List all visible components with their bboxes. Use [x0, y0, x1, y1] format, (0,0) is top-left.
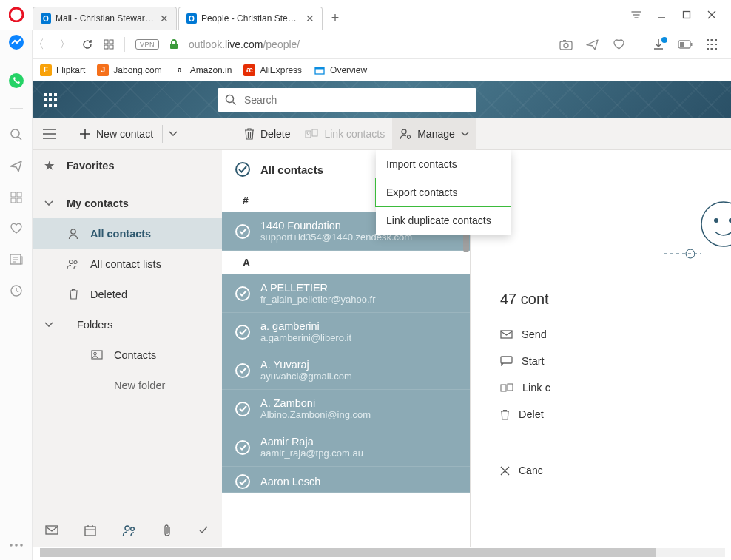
- row-check-icon[interactable]: [235, 224, 250, 239]
- detail-start[interactable]: Start: [500, 355, 716, 367]
- speed-dial-icon[interactable]: [104, 39, 114, 50]
- bookmark-item[interactable]: FFlipkart: [40, 64, 85, 76]
- link-contacts-icon: [305, 129, 318, 139]
- search-box[interactable]: [218, 88, 476, 112]
- trash-icon: [244, 128, 255, 140]
- window-menu-icon[interactable]: [630, 9, 642, 21]
- speed-dial-icon[interactable]: [10, 192, 22, 203]
- contact-row[interactable]: a. gamberinia.gamberini@libero.it: [222, 313, 470, 351]
- select-all-check-icon[interactable]: [235, 162, 250, 177]
- reload-button[interactable]: [81, 38, 93, 50]
- svg-rect-54: [312, 129, 317, 136]
- nav-folders[interactable]: Folders: [33, 309, 222, 340]
- url-text[interactable]: outlook.live.com/people/: [189, 38, 300, 50]
- row-check-icon[interactable]: [235, 286, 250, 301]
- row-check-icon[interactable]: [235, 402, 250, 416]
- horizontal-scrollbar[interactable]: [40, 548, 725, 557]
- download-icon[interactable]: [653, 38, 664, 50]
- star-icon: ★: [44, 160, 56, 172]
- contact-row[interactable]: A. ZamboniAlbino.Zamboni@ing.com: [222, 390, 470, 428]
- bookmark-item[interactable]: aAmazon.in: [174, 64, 232, 76]
- messenger-icon[interactable]: [8, 34, 24, 50]
- camera-icon[interactable]: [559, 39, 573, 50]
- nav-all-contact-lists[interactable]: All contact lists: [33, 249, 222, 279]
- row-check-icon[interactable]: [235, 474, 250, 489]
- send-icon[interactable]: [586, 39, 599, 50]
- nav-new-folder[interactable]: New folder: [33, 370, 222, 400]
- detail-title: 47 cont: [500, 291, 716, 308]
- people-icon: [67, 259, 80, 269]
- trash-icon: [500, 409, 510, 420]
- new-contact-button[interactable]: New contact: [73, 118, 161, 150]
- svg-rect-41: [49, 98, 52, 101]
- todo-icon[interactable]: [198, 524, 209, 536]
- menu-icon[interactable]: [706, 39, 718, 50]
- svg-rect-24: [11, 192, 16, 197]
- battery-icon[interactable]: [678, 40, 693, 49]
- search-input[interactable]: [244, 94, 469, 106]
- manage-menu-link[interactable]: Link duplicate contacts: [376, 206, 511, 235]
- svg-rect-75: [501, 331, 512, 338]
- lock-icon[interactable]: [169, 39, 178, 50]
- people-icon[interactable]: [122, 524, 137, 536]
- manage-button[interactable]: Manage: [392, 118, 476, 150]
- delete-button[interactable]: Delete: [237, 118, 297, 150]
- contact-row[interactable]: A. Yuvarajayuvahcl@gmail.com: [222, 351, 470, 390]
- maximize-button[interactable]: [681, 9, 693, 21]
- forward-button[interactable]: 〉: [59, 37, 71, 53]
- app-launcher-icon[interactable]: [33, 82, 68, 118]
- tab-close-icon[interactable]: ✕: [306, 13, 314, 24]
- row-check-icon[interactable]: [235, 325, 250, 340]
- close-button[interactable]: [706, 9, 718, 21]
- svg-rect-26: [11, 198, 16, 203]
- calendar-icon[interactable]: [84, 524, 96, 536]
- detail-link[interactable]: Link c: [500, 382, 716, 394]
- mail-icon[interactable]: [45, 525, 58, 535]
- minimize-button[interactable]: [656, 9, 667, 21]
- contact-row[interactable]: A PELLETIERfr_alain_pelletier@yahoo.fr: [222, 274, 470, 313]
- scrollbar-thumb[interactable]: [40, 548, 656, 557]
- svg-point-35: [15, 544, 18, 547]
- new-tab-button[interactable]: +: [324, 7, 346, 30]
- svg-point-46: [226, 95, 234, 102]
- row-check-icon[interactable]: [235, 363, 250, 378]
- nav-my-contacts[interactable]: My contacts: [33, 188, 222, 218]
- bookmark-item[interactable]: æAliExpress: [243, 64, 302, 76]
- search-icon[interactable]: [10, 128, 23, 141]
- tab-close-icon[interactable]: ✕: [160, 13, 169, 24]
- detail-cancel[interactable]: Canc: [500, 465, 716, 476]
- titlebar: O Mail - Christian Stewart - O ✕ O Peopl…: [0, 0, 731, 30]
- link-contacts-icon: [500, 383, 513, 393]
- heart-icon[interactable]: [613, 39, 625, 50]
- opera-logo[interactable]: [0, 7, 33, 22]
- send-icon[interactable]: [10, 161, 23, 172]
- row-check-icon[interactable]: [235, 440, 250, 455]
- manage-menu-import[interactable]: Import contacts: [376, 150, 511, 178]
- browser-tab[interactable]: O People - Christian Stewart ✕: [178, 7, 323, 30]
- contact-row[interactable]: Aamir Rajaaamir_raja@tpg.com.au: [222, 428, 470, 467]
- detail-delete[interactable]: Delet: [500, 408, 716, 420]
- contact-row[interactable]: Aaron Lesch: [222, 467, 470, 493]
- nav-favorites[interactable]: ★ Favorites: [33, 150, 222, 181]
- svg-point-71: [714, 218, 718, 223]
- history-icon[interactable]: [10, 284, 23, 297]
- detail-send[interactable]: Send: [500, 328, 716, 340]
- chevron-down-icon[interactable]: [164, 131, 182, 136]
- news-icon[interactable]: [10, 254, 23, 265]
- browser-tab[interactable]: O Mail - Christian Stewart - O ✕: [33, 7, 177, 30]
- back-button[interactable]: 〈: [33, 37, 44, 53]
- person-icon: [67, 228, 80, 240]
- whatsapp-icon[interactable]: [8, 72, 24, 89]
- more-icon[interactable]: [10, 544, 23, 547]
- hamburger-icon[interactable]: [43, 129, 56, 139]
- attachment-icon[interactable]: [163, 524, 172, 537]
- vpn-badge[interactable]: VPN: [135, 39, 159, 50]
- bookmark-item[interactable]: JJabong.com: [97, 64, 161, 76]
- nav-deleted[interactable]: Deleted: [33, 279, 222, 309]
- svg-rect-32: [21, 257, 22, 264]
- nav-all-contacts[interactable]: All contacts: [33, 218, 222, 249]
- manage-menu-export[interactable]: Export contacts: [375, 178, 511, 207]
- nav-contacts-folder[interactable]: Contacts: [33, 340, 222, 370]
- heart-icon[interactable]: [10, 223, 23, 235]
- bookmark-item[interactable]: Overview: [314, 64, 367, 76]
